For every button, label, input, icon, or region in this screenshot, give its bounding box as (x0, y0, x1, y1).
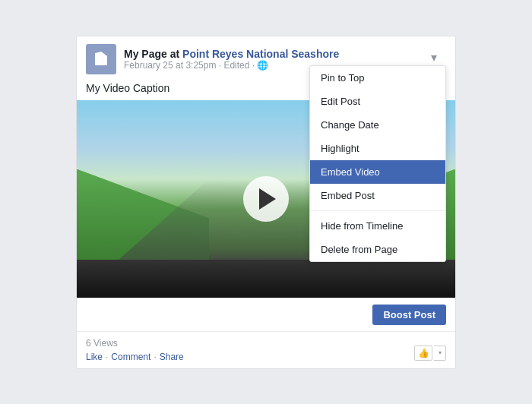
menu-item-change-date[interactable]: Change Date (310, 113, 445, 137)
separator-1: · (106, 352, 108, 362)
play-button[interactable] (243, 176, 289, 222)
views-count: 6 Views (86, 338, 446, 349)
share-button[interactable]: Share (160, 352, 184, 362)
card-footer: 6 Views Like · Comment · Share 👍 ▾ (77, 331, 455, 368)
boost-button[interactable]: Boost Post (372, 305, 446, 325)
menu-item-highlight[interactable]: Highlight (310, 137, 445, 160)
post-actions: Like · Comment · Share (86, 352, 446, 362)
menu-item-embed-video[interactable]: Embed Video (310, 160, 445, 184)
avatar (86, 44, 116, 74)
location-prefix: at (170, 48, 182, 60)
page-name-text: My Page (124, 48, 167, 60)
like-button[interactable]: Like (86, 352, 103, 362)
dashboard (77, 260, 455, 298)
footer-right: 👍 ▾ (414, 346, 446, 361)
post-card: My Page at Point Reyes National Seashore… (76, 36, 456, 369)
menu-item-delete-page[interactable]: Delete from Page (310, 238, 445, 261)
menu-divider (310, 210, 445, 211)
comment-button[interactable]: Comment (111, 352, 150, 362)
boost-area: Boost Post (77, 298, 455, 331)
location-link[interactable]: Point Reyes National Seashore (182, 48, 339, 60)
menu-item-embed-post[interactable]: Embed Post (310, 184, 445, 207)
menu-item-pin-to-top[interactable]: Pin to Top (310, 66, 445, 90)
thumbs-up-icon[interactable]: 👍 (414, 346, 432, 361)
separator-2: · (154, 352, 156, 362)
actions-dropdown-arrow[interactable]: ▾ (434, 346, 446, 361)
menu-item-hide-timeline[interactable]: Hide from Timeline (310, 214, 445, 238)
menu-item-edit-post[interactable]: Edit Post (310, 90, 445, 113)
context-menu: Pin to TopEdit PostChange DateHighlightE… (309, 65, 446, 262)
page-name: My Page at Point Reyes National Seashore (124, 48, 446, 60)
svg-marker-0 (101, 52, 107, 56)
chevron-button[interactable]: ▾ (431, 50, 437, 65)
card-header: My Page at Point Reyes National Seashore… (77, 36, 455, 82)
